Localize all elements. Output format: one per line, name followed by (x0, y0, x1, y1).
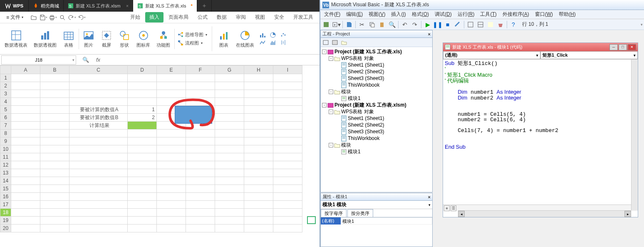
vba-tb-view-excel[interactable] (322, 20, 331, 29)
tree-sheet1[interactable]: Sheet1 (Sheet1) (348, 62, 384, 68)
col-header[interactable]: I (273, 66, 302, 74)
row-header[interactable]: 17 (0, 201, 11, 209)
tree-modulesb[interactable]: 模块 (341, 142, 351, 148)
ribbon-mini4[interactable] (268, 39, 277, 46)
code-editor[interactable]: Sub Sub 矩形1_Click()矩形1_Click() ' ' 矩形1_C… (443, 60, 638, 205)
vba-menu-help[interactable]: 帮助(H) (556, 10, 578, 18)
tree-workbook[interactable]: ThisWorkbook (348, 82, 379, 88)
tree-sheet1b[interactable]: Sheet1 (Sheet1) (348, 115, 384, 122)
ribbon-pivot-table[interactable]: 数据透视表 (2, 29, 30, 49)
tree-toggle[interactable]: - (329, 56, 333, 61)
ribbon-online-chart[interactable]: 在线图表 (233, 29, 257, 49)
ribbon-tab-review[interactable]: 审阅 (232, 12, 250, 22)
maximize-button[interactable]: □ (619, 44, 627, 50)
vba-tb-run[interactable]: ▶ (423, 20, 432, 29)
ribbon-tab-start[interactable]: 开始 (126, 12, 144, 22)
cell-d6[interactable]: 2 (128, 114, 157, 122)
ribbon-shapes[interactable]: 形状 (116, 29, 133, 49)
row-header[interactable]: 7 (0, 122, 11, 130)
row-header[interactable]: 1 (0, 74, 11, 82)
object-dropdown[interactable]: (通用)▾ (443, 51, 540, 59)
col-header[interactable]: B (40, 66, 69, 74)
project-panel-title[interactable]: 工程 - Project× (321, 30, 432, 38)
vba-tb-help[interactable]: ? (509, 20, 518, 29)
row-header[interactable]: 6 (0, 114, 11, 122)
full-module-view-icon[interactable]: ☰ (451, 205, 456, 211)
ribbon-tab-dev[interactable]: 开发工具 (289, 12, 317, 22)
tree-workbookb[interactable]: ThisWorkbook (348, 135, 379, 142)
ribbon-func[interactable]: 功能图 (154, 29, 175, 49)
vertical-scrollbar[interactable] (631, 60, 638, 210)
vba-tb-design[interactable] (453, 20, 462, 29)
vba-tb-stop[interactable]: ■ (443, 20, 452, 29)
vba-tb-pause[interactable]: ❚❚ (433, 20, 442, 29)
row-header[interactable]: 9 (0, 137, 11, 145)
tree-module1[interactable]: 模块1 (348, 95, 361, 102)
vba-menu-format[interactable]: 格式(O) (409, 10, 431, 18)
ribbon-mini1[interactable] (258, 31, 267, 39)
close-icon[interactable]: × (428, 195, 431, 200)
ribbon-tab-formula[interactable]: 公式 (193, 12, 212, 22)
row-header[interactable]: 19 (0, 217, 11, 225)
wps-add-tab[interactable]: ＋ (197, 0, 212, 12)
tree-project1[interactable]: Project (新建 XLS 工作表.xls) (334, 48, 402, 55)
wps-logo-tab[interactable]: WPS (0, 0, 29, 12)
qat-save[interactable]: ▾ (39, 13, 47, 22)
code-titlebar[interactable]: 新建 XLS 工作表.xls - 模块1 (代码) ─ □ ✕ (443, 43, 638, 51)
col-header[interactable]: D (128, 66, 157, 74)
col-header[interactable]: A (11, 66, 40, 74)
toolbar-overflow[interactable]: ▾ (641, 22, 643, 27)
ribbon-tab-data[interactable]: 数据 (213, 12, 231, 22)
ribbon-mini6[interactable] (279, 39, 288, 46)
tree-toggle[interactable]: - (322, 103, 327, 107)
ribbon-iconlib[interactable]: 图标库 (134, 29, 153, 49)
qat-preview[interactable] (58, 13, 67, 22)
cell-c7[interactable]: 计算结果 (69, 122, 128, 130)
vba-tb-browser[interactable] (486, 20, 495, 29)
ribbon-mini2[interactable] (258, 39, 267, 46)
row-header-active[interactable]: 18 (0, 209, 11, 217)
vba-tb-insert[interactable]: +▾ (332, 20, 341, 29)
props-tab-category[interactable]: 按分类序 (347, 209, 373, 217)
ribbon-table[interactable]: 表格 (60, 29, 79, 49)
close-icon[interactable]: × (428, 32, 431, 37)
view-object-icon[interactable] (331, 39, 339, 46)
vba-tb-paste[interactable] (377, 20, 386, 29)
horizontal-scrollbar[interactable]: ◂ ▸ (458, 210, 631, 217)
tree-sheet2[interactable]: Sheet2 (Sheet2) (348, 68, 384, 75)
tree-modules[interactable]: 模块 (341, 88, 351, 95)
cell-d5[interactable]: 1 (128, 106, 157, 114)
ribbon-pivot-chart[interactable]: 数据透视图 (31, 29, 59, 49)
row-header[interactable]: 20 (0, 225, 11, 232)
cell-d7[interactable] (128, 122, 157, 130)
tree-toggle[interactable]: - (322, 50, 327, 54)
vba-menu-addins[interactable]: 外接程序(A) (500, 10, 532, 18)
fx-icon[interactable]: fx (94, 57, 102, 63)
vba-menu-file[interactable]: 文件(F) (322, 10, 343, 18)
ribbon-mindmap[interactable]: 思维导图▾ (176, 31, 208, 38)
row-header[interactable]: 12 (0, 161, 11, 169)
row-header[interactable]: 4 (0, 98, 11, 106)
wps-file-tab-1[interactable]: S新建 XLS 工作表.xlsm× (64, 0, 133, 12)
formula-bar[interactable] (102, 55, 320, 65)
vba-menu-window[interactable]: 窗口(W) (533, 10, 555, 18)
procedure-view-icon[interactable]: ≡ (444, 205, 450, 211)
wps-docker-tab[interactable]: 稻壳商城 (29, 0, 64, 12)
cell-c6[interactable]: 要被计算的数值B (69, 114, 128, 122)
select-all-corner[interactable] (0, 66, 11, 74)
row-header[interactable]: 2 (0, 82, 11, 90)
row-header[interactable]: 10 (0, 145, 11, 153)
ribbon-tab-view[interactable]: 视图 (251, 12, 269, 22)
vba-tb-copy[interactable] (367, 20, 376, 29)
ribbon-picture[interactable]: 图片 (80, 29, 97, 49)
minimize-button[interactable]: ─ (609, 44, 618, 50)
ribbon-mini3[interactable] (268, 31, 277, 39)
project-tree[interactable]: -Project (新建 XLS 工作表.xls) -WPS表格 对象 Shee… (321, 47, 432, 156)
vba-menu-edit[interactable]: 编辑(E) (344, 10, 365, 18)
ribbon-chart[interactable]: 图表 (215, 29, 232, 49)
tree-sheet3[interactable]: Sheet3 (Sheet3) (348, 75, 384, 82)
vba-tb-save[interactable] (344, 20, 354, 29)
row-header[interactable]: 15 (0, 185, 11, 193)
col-header[interactable]: G (215, 66, 244, 74)
qat-redo[interactable]: ▾ (77, 13, 86, 22)
